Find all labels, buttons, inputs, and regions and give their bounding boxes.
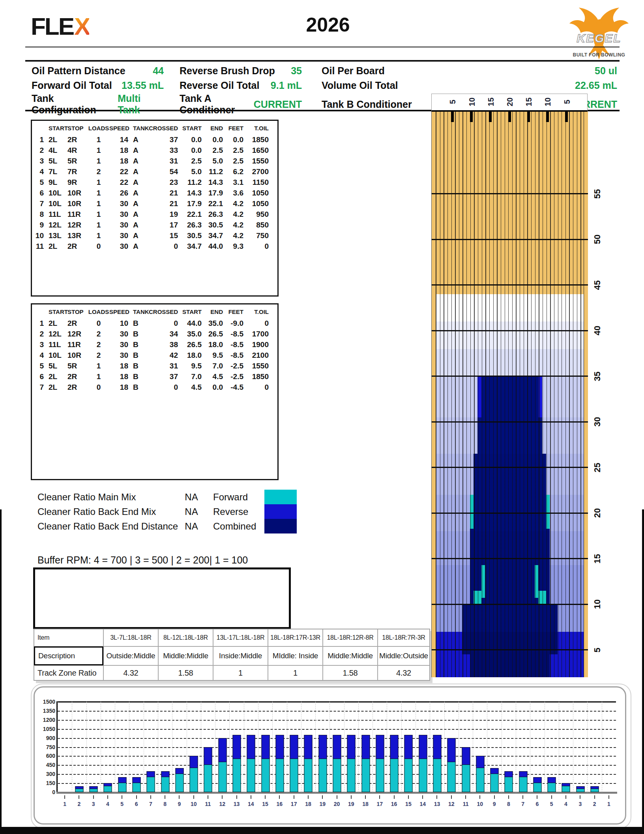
cell: 13L-17L:18L-18R <box>213 629 268 646</box>
cell: 10 <box>34 230 46 241</box>
cell: 17 <box>149 220 180 230</box>
cell: 1550 <box>246 156 271 166</box>
stacked-bar <box>233 735 241 792</box>
y-axis-label: 600 <box>36 753 55 759</box>
cell: B <box>131 361 149 371</box>
cell: B <box>131 382 149 393</box>
column-header <box>34 122 46 134</box>
x-axis-label: 19 <box>316 801 328 807</box>
forward-bar-segment <box>519 777 527 792</box>
column-header: FEET <box>225 306 246 318</box>
cell: 15 <box>149 230 180 241</box>
distance-gridline <box>432 284 588 286</box>
stacked-bar <box>247 735 255 792</box>
cell: 34.7 <box>204 230 225 241</box>
reverse-bar-segment <box>218 738 227 762</box>
cell: 0 <box>149 382 180 393</box>
x-axis-tick <box>193 795 194 799</box>
x-axis-tick <box>551 795 552 799</box>
distance-axis-label: 35 <box>593 368 602 385</box>
cell: 18.0 <box>204 339 225 350</box>
board-tick <box>527 112 530 122</box>
summary-value: 9.1 mL <box>271 80 302 91</box>
summary-label: Reverse Brush Drop <box>180 65 275 77</box>
cell: 4.2 <box>225 230 246 241</box>
cell: 4 <box>34 350 46 361</box>
stacked-bar <box>161 771 169 792</box>
cell: A <box>131 209 149 220</box>
x-axis-label: 11 <box>460 801 472 807</box>
cell: 2700 <box>246 166 271 177</box>
forward-bar-segment <box>447 762 456 792</box>
forward-bar-segment <box>419 759 427 792</box>
cell: 9L <box>46 177 65 188</box>
cell: 1 <box>88 230 109 241</box>
cell: 12L <box>46 220 65 230</box>
x-axis-tick <box>465 795 466 799</box>
cell: 3.1 <box>225 177 246 188</box>
cleaner-row: Cleaner Ratio Main MixNAForward <box>37 490 298 504</box>
summary-label: Tank Configuration <box>32 93 118 116</box>
column-header: START <box>180 122 204 134</box>
kegel-logo: KEGEL BUILT FOR BOWLING <box>567 2 631 61</box>
reverse-bar-segment <box>476 756 484 768</box>
cell: 10R <box>65 188 88 198</box>
forward-bar-segment <box>133 783 141 792</box>
chart-slot <box>430 702 444 792</box>
x-axis-label: 9 <box>489 801 500 807</box>
forward-pass-row: 12L2R114A370.00.00.01850 <box>34 134 273 145</box>
stacked-bar <box>419 735 427 792</box>
cell: A <box>131 134 149 145</box>
y-axis-label: 150 <box>36 780 55 786</box>
cell: 11 <box>34 241 46 252</box>
x-axis-tick <box>208 795 208 799</box>
x-axis-tick <box>179 795 180 799</box>
distance-axis-label: 10 <box>593 596 602 612</box>
cell: 1 <box>88 134 109 145</box>
cell: 18L-18R:12R-8R <box>323 629 378 646</box>
cell: 30 <box>109 329 131 339</box>
cell: 7.0 <box>180 371 204 382</box>
x-axis-tick <box>451 795 452 799</box>
cell: Inside:Middle <box>213 646 268 665</box>
stacked-bar <box>318 735 327 792</box>
forward-bar-segment <box>591 789 599 792</box>
cell: 1.58 <box>158 665 213 680</box>
cell: 14.3 <box>204 177 225 188</box>
reverse-bar-segment <box>275 735 284 759</box>
x-axis-label: 19 <box>345 801 357 807</box>
chart-slot <box>416 702 430 792</box>
track-zone-ratio-row: Track Zone Ratio4.321.58111.584.32 <box>34 665 430 680</box>
cell: 4.5 <box>180 382 204 393</box>
forward-pass-row: 47L7R222A545.011.26.22700 <box>34 166 273 177</box>
reverse-bar-segment <box>433 735 441 759</box>
cell: -9.0 <box>225 318 246 329</box>
cell: -8.5 <box>225 329 246 339</box>
summary-cell: Reverse Oil Total9.1 mL <box>180 80 302 91</box>
x-axis-label: 6 <box>531 801 543 807</box>
x-axis-label: 3 <box>574 801 586 807</box>
summary-value: 13.55 mL <box>122 80 164 91</box>
stacked-bar <box>90 786 98 792</box>
column-header: END <box>204 122 225 134</box>
forward-bar-segment <box>275 759 284 792</box>
cell: A <box>131 230 149 241</box>
summary-value: 35 <box>291 65 302 77</box>
cell: 30 <box>109 198 131 209</box>
summary-cell: Tank ConfigurationMulti Tank <box>25 93 180 116</box>
reverse-bar-segment <box>505 771 513 777</box>
cell: 2R <box>65 134 88 145</box>
track-zone-header-row: Item3L-7L:18L-18R8L-12L:18L-18R13L-17L:1… <box>34 629 430 646</box>
cleaner-label: Cleaner Ratio Back End Distance <box>37 519 180 533</box>
cell: 34 <box>149 329 180 339</box>
page-border-right <box>642 509 644 834</box>
board-tick <box>565 112 568 122</box>
column-header: LOADS <box>88 122 109 134</box>
x-axis-label: 5 <box>116 801 128 807</box>
reverse-bar-segment <box>333 735 341 759</box>
cell: 1 <box>34 318 46 329</box>
cell: 30 <box>109 220 131 230</box>
forward-bar-segment <box>161 777 169 792</box>
cell: 2R <box>65 382 88 393</box>
distance-axis-label: 40 <box>593 322 602 339</box>
